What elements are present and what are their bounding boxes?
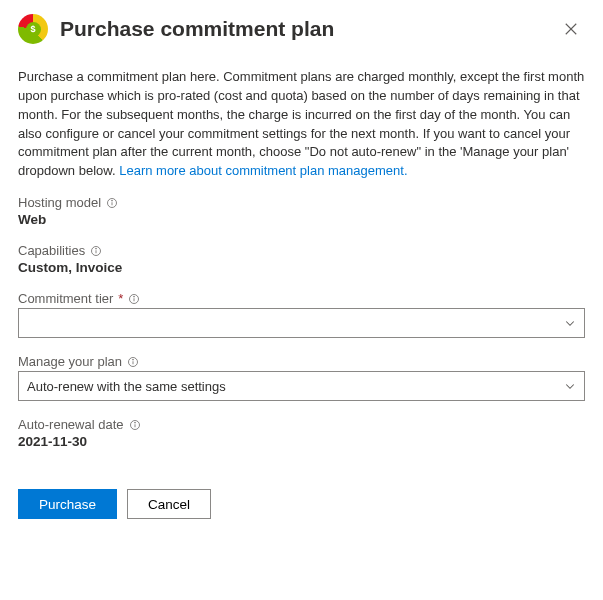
purchase-commitment-panel: $ Purchase commitment plan Purchase a co… xyxy=(0,0,603,537)
svg-point-7 xyxy=(96,248,97,249)
hosting-model-field: Hosting model Web xyxy=(18,195,585,227)
commitment-tier-field: Commitment tier * xyxy=(18,291,585,338)
auto-renewal-date-value: 2021-11-30 xyxy=(18,434,585,449)
description: Purchase a commitment plan here. Commitm… xyxy=(18,68,585,181)
auto-renewal-date-label: Auto-renewal date xyxy=(18,417,124,432)
learn-more-link[interactable]: Learn more about commitment plan managem… xyxy=(119,163,407,178)
description-text: Purchase a commitment plan here. Commitm… xyxy=(18,69,584,178)
coin-icon: $ xyxy=(26,22,41,37)
capabilities-label: Capabilities xyxy=(18,243,85,258)
manage-plan-value: Auto-renew with the same settings xyxy=(27,379,564,394)
commitment-tier-select[interactable] xyxy=(18,308,585,338)
svg-point-13 xyxy=(133,359,134,360)
plan-icon: $ xyxy=(18,14,48,44)
footer: Purchase Cancel xyxy=(18,489,585,519)
close-icon xyxy=(564,22,578,36)
hosting-model-value: Web xyxy=(18,212,585,227)
chevron-down-icon xyxy=(564,317,576,329)
manage-plan-select[interactable]: Auto-renew with the same settings xyxy=(18,371,585,401)
svg-point-4 xyxy=(112,200,113,201)
info-icon[interactable] xyxy=(127,356,139,368)
purchase-button[interactable]: Purchase xyxy=(18,489,117,519)
panel-title: Purchase commitment plan xyxy=(60,17,557,41)
capabilities-value: Custom, Invoice xyxy=(18,260,585,275)
info-icon[interactable] xyxy=(90,245,102,257)
required-marker: * xyxy=(118,291,123,306)
hosting-model-label: Hosting model xyxy=(18,195,101,210)
svg-point-16 xyxy=(134,422,135,423)
manage-plan-field: Manage your plan Auto-renew with the sam… xyxy=(18,354,585,401)
svg-point-10 xyxy=(134,296,135,297)
info-icon[interactable] xyxy=(128,293,140,305)
close-button[interactable] xyxy=(557,15,585,43)
info-icon[interactable] xyxy=(129,419,141,431)
panel-header: $ Purchase commitment plan xyxy=(18,14,585,44)
info-icon[interactable] xyxy=(106,197,118,209)
capabilities-field: Capabilities Custom, Invoice xyxy=(18,243,585,275)
auto-renewal-date-field: Auto-renewal date 2021-11-30 xyxy=(18,417,585,449)
chevron-down-icon xyxy=(564,380,576,392)
commitment-tier-label: Commitment tier xyxy=(18,291,113,306)
manage-plan-label: Manage your plan xyxy=(18,354,122,369)
cancel-button[interactable]: Cancel xyxy=(127,489,211,519)
